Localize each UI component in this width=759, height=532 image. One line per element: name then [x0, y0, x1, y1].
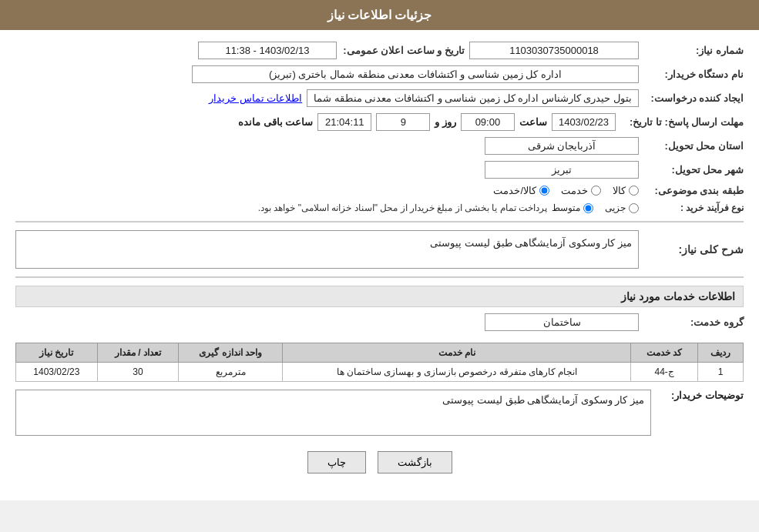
category-kala-khedmat-radio[interactable]	[539, 186, 549, 196]
col-row: ردیف	[698, 343, 744, 363]
back-button[interactable]: بازگشت	[378, 451, 452, 473]
buyer-description-section: توضیحات خریدار: میز کار وسکوی آزمایشگاهی…	[15, 390, 744, 436]
remaining-suffix: ساعت باقی مانده	[238, 116, 313, 128]
need-number-value: 1103030735000018	[469, 42, 639, 59]
service-group-row: گروه خدمت: ساختمان	[15, 313, 744, 331]
need-number-row: شماره نیاز: 1103030735000018 تاریخ و ساع…	[15, 42, 744, 59]
buyer-org-value: اداره کل زمین شناسی و اکتشافات معدنی منط…	[192, 65, 639, 83]
table-cell-date: 1403/02/23	[16, 363, 98, 382]
province-row: استان محل تحویل: آذربایجان شرقی	[15, 137, 744, 155]
days-remaining-value: 9	[376, 113, 430, 131]
category-label: طبقه بندی موضوعی:	[643, 185, 744, 196]
category-kala-label: کالا	[613, 185, 626, 196]
category-row: طبقه بندی موضوعی: کالا خدمت کالا/خدمت	[15, 185, 744, 196]
category-kala: کالا	[613, 185, 639, 196]
procurement-options: جزیی متوسط	[552, 202, 639, 213]
col-date: تاریخ نیاز	[16, 343, 98, 363]
proc-jozii-radio[interactable]	[629, 203, 639, 213]
service-group-value: ساختمان	[485, 313, 639, 331]
header-title: جزئیات اطلاعات نیاز	[327, 8, 432, 22]
need-description-box: میز کار وسکوی آزمایشگاهی طبق لیست پیوستی	[15, 230, 639, 269]
announcement-datetime-value: 1403/02/13 - 11:38	[198, 42, 337, 59]
creator-contact-link[interactable]: اطلاعات تماس خریدار	[209, 92, 302, 104]
service-group-label: گروه خدمت:	[643, 316, 744, 328]
col-code: کد خدمت	[631, 343, 698, 363]
print-button[interactable]: چاپ	[307, 451, 366, 473]
services-section-title: اطلاعات خدمات مورد نیاز	[15, 286, 744, 307]
proc-jozii-label: جزیی	[605, 202, 626, 213]
creator-row: ایجاد کننده درخواست: بتول حیدری کارشناس …	[15, 89, 744, 107]
col-unit: واحد اندازه گیری	[179, 343, 283, 363]
city-row: شهر محل تحویل: تبریز	[15, 161, 744, 179]
proc-motovaset-radio[interactable]	[583, 203, 593, 213]
category-khedmat-label: خدمت	[561, 185, 588, 196]
buyer-org-row: نام دستگاه خریدار: اداره کل زمین شناسی و…	[15, 65, 744, 83]
buyer-description-label: توضیحات خریدار:	[659, 390, 744, 436]
need-number-label: شماره نیاز:	[643, 45, 744, 56]
category-khedmat-radio[interactable]	[591, 186, 601, 196]
services-table: ردیف کد خدمت نام خدمت واحد اندازه گیری ت…	[15, 343, 744, 382]
col-name: نام خدمت	[283, 343, 631, 363]
button-row: بازگشت چاپ	[15, 451, 744, 489]
page-header: جزئیات اطلاعات نیاز	[0, 0, 759, 30]
city-value: تبریز	[485, 161, 639, 179]
need-description-value: میز کار وسکوی آزمایشگاهی طبق لیست پیوستی	[430, 237, 632, 249]
category-kala-khedmat-label: کالا/خدمت	[493, 185, 536, 196]
city-label: شهر محل تحویل:	[643, 164, 744, 176]
proc-motovaset: متوسط	[552, 202, 593, 213]
content-area: شماره نیاز: 1103030735000018 تاریخ و ساع…	[0, 30, 759, 500]
category-khedmat: خدمت	[561, 185, 601, 196]
table-header-row: ردیف کد خدمت نام خدمت واحد اندازه گیری ت…	[16, 343, 744, 363]
response-deadline-label: مهلت ارسال پاسخ: تا تاریخ:	[620, 116, 744, 128]
proc-jozii: جزیی	[605, 202, 639, 213]
table-row: 1ج-44انجام کارهای متفرقه درخصوص بازسازی …	[16, 363, 744, 382]
procurement-type-row: نوع فرآیند خرید : جزیی متوسط پرداخت تمام…	[15, 202, 744, 213]
buyer-description-box: میز کار وسکوی آزمایشگاهی طبق لیست پیوستی	[15, 390, 651, 436]
procurement-note: پرداخت تمام یا بخشی از مبلغ خریدار از مح…	[258, 202, 547, 213]
procurement-label: نوع فرآیند خرید :	[643, 202, 744, 213]
table-cell-unit: مترمربع	[179, 363, 283, 382]
category-kala-radio[interactable]	[629, 186, 639, 196]
buyer-description-value: میز کار وسکوی آزمایشگاهی طبق لیست پیوستی	[442, 394, 644, 406]
response-deadline-time: 09:00	[461, 113, 515, 131]
need-description-label: شرح کلی نیاز:	[643, 243, 744, 256]
need-description-row: شرح کلی نیاز: میز کار وسکوی آزمایشگاهی ط…	[15, 230, 744, 269]
province-label: استان محل تحویل:	[643, 140, 744, 152]
table-cell-quantity: 30	[97, 363, 179, 382]
announcement-datetime-label: تاریخ و ساعت اعلان عمومی:	[341, 45, 465, 56]
category-options: کالا خدمت کالا/خدمت	[493, 185, 639, 196]
response-time-label: ساعت	[519, 116, 547, 128]
response-deadline-date: 1403/02/23	[552, 113, 616, 131]
province-value: آذربایجان شرقی	[485, 137, 639, 155]
table-cell-name: انجام کارهای متفرقه درخصوص بازسازی و بهس…	[283, 363, 631, 382]
creator-value: بتول حیدری کارشناس اداره کل زمین شناسی و…	[307, 89, 639, 107]
table-body: 1ج-44انجام کارهای متفرقه درخصوص بازسازی …	[16, 363, 744, 382]
category-kala-khedmat: کالا/خدمت	[493, 185, 549, 196]
services-table-section: ردیف کد خدمت نام خدمت واحد اندازه گیری ت…	[15, 343, 744, 382]
buyer-org-label: نام دستگاه خریدار:	[643, 69, 744, 80]
proc-motovaset-label: متوسط	[552, 202, 580, 213]
separator-1	[15, 221, 744, 223]
page-container: جزئیات اطلاعات نیاز شماره نیاز: 11030307…	[0, 0, 759, 500]
table-cell-row: 1	[698, 363, 744, 382]
col-qty: تعداد / مقدار	[97, 343, 179, 363]
time-remaining-value: 21:04:11	[317, 113, 371, 131]
days-remaining-label: روز و	[435, 116, 456, 128]
creator-label: ایجاد کننده درخواست:	[643, 92, 744, 104]
table-cell-code: ج-44	[631, 363, 698, 382]
separator-2	[15, 276, 744, 278]
response-deadline-row: مهلت ارسال پاسخ: تا تاریخ: 1403/02/23 سا…	[15, 113, 744, 131]
